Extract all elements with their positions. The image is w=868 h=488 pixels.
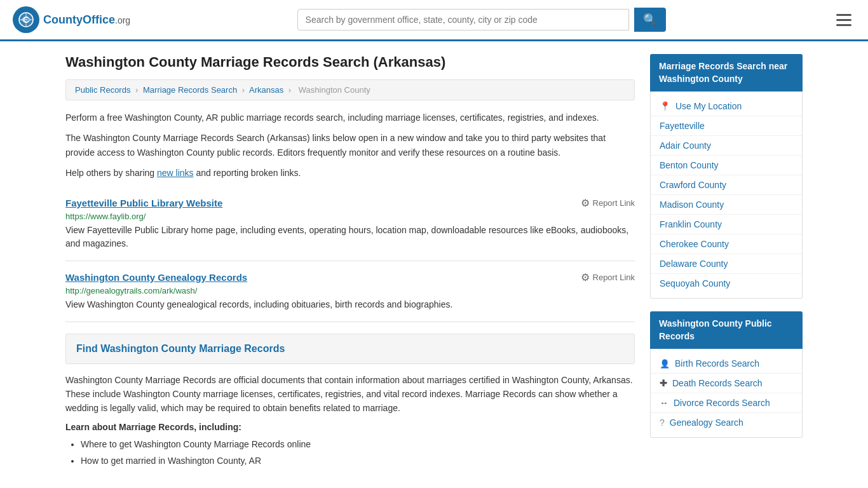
result-desc-1: View Fayetteville Public Library home pa…	[65, 224, 635, 250]
find-section-title: Find Washington County Marriage Records	[76, 343, 624, 355]
find-body: Washington County Marriage Records are o…	[65, 373, 635, 416]
learn-list: Where to get Washington County Marriage …	[81, 437, 635, 468]
site-header: C CountyOffice.org 🔍	[0, 0, 868, 41]
madison-link[interactable]: Madison County	[660, 200, 724, 210]
use-location-link[interactable]: Use My Location	[675, 101, 742, 111]
menu-button[interactable]	[832, 10, 855, 30]
genealogy-icon: ?	[660, 417, 665, 428]
nearby-body: 📍 Use My Location Fayetteville Adair Cou…	[650, 92, 803, 299]
breadcrumb-arkansas[interactable]: Arkansas	[249, 85, 283, 95]
learn-section: Washington County Marriage Records are o…	[65, 373, 635, 468]
logo-text: CountyOffice.org	[43, 13, 130, 27]
report-link-2[interactable]: ⚙ Report Link	[581, 271, 635, 283]
search-input[interactable]	[297, 9, 629, 30]
sidebar-item-crawford[interactable]: Crawford County	[651, 175, 802, 195]
intro-section: Perform a free Washington County, AR pub…	[65, 111, 635, 180]
sidebar-item-death[interactable]: ✚ Death Records Search	[651, 374, 802, 393]
learn-heading: Learn about Marriage Records, including:	[65, 422, 635, 432]
public-records-body: 👤 Birth Records Search ✚ Death Records S…	[650, 349, 803, 438]
search-button[interactable]: 🔍	[634, 8, 666, 32]
search-area: 🔍	[297, 8, 666, 32]
result-header-2: Washington County Genealogy Records ⚙ Re…	[65, 271, 635, 283]
fayetteville-link[interactable]: Fayetteville	[660, 121, 705, 131]
result-title-2[interactable]: Washington County Genealogy Records	[65, 272, 247, 283]
divorce-icon: ↔	[660, 398, 668, 408]
cherokee-link[interactable]: Cherokee County	[660, 239, 729, 249]
sidebar-item-genealogy[interactable]: ? Genealogy Search	[651, 413, 802, 432]
intro-p2: The Washington County Marriage Records S…	[65, 131, 635, 159]
menu-bar-3	[836, 24, 851, 26]
result-card-1: Fayetteville Public Library Website ⚙ Re…	[65, 187, 635, 261]
nearby-section: Marriage Records Search near Washington …	[650, 54, 803, 299]
divorce-records-link[interactable]: Divorce Records Search	[674, 398, 770, 408]
logo-icon: C	[13, 6, 39, 33]
franklin-link[interactable]: Franklin County	[660, 219, 722, 229]
menu-bar-1	[836, 14, 851, 16]
learn-item-2: How to get married in Washington County,…	[81, 454, 635, 468]
main-wrapper: Washington County Marriage Records Searc…	[53, 41, 815, 484]
sidebar-item-madison[interactable]: Madison County	[651, 195, 802, 215]
breadcrumb-public-records[interactable]: Public Records	[75, 85, 130, 95]
breadcrumb-washington-county: Washington County	[299, 85, 370, 95]
sidebar-item-use-location[interactable]: 📍 Use My Location	[651, 97, 802, 116]
result-url-1[interactable]: https://www.faylib.org/	[65, 212, 635, 221]
result-header-1: Fayetteville Public Library Website ⚙ Re…	[65, 197, 635, 209]
intro-p1: Perform a free Washington County, AR pub…	[65, 111, 635, 125]
find-section: Find Washington County Marriage Records	[65, 334, 635, 364]
sequoyah-link[interactable]: Sequoyah County	[660, 278, 730, 288]
sidebar-item-fayetteville[interactable]: Fayetteville	[651, 116, 802, 136]
birth-icon: 👤	[660, 359, 670, 369]
result-title-1[interactable]: Fayetteville Public Library Website	[65, 198, 222, 208]
logo-area[interactable]: C CountyOffice.org	[13, 6, 130, 33]
sidebar: Marriage Records Search near Washington …	[650, 54, 803, 471]
delaware-link[interactable]: Delaware County	[660, 259, 728, 269]
sidebar-item-delaware[interactable]: Delaware County	[651, 254, 802, 274]
adair-link[interactable]: Adair County	[660, 140, 711, 151]
new-links-link[interactable]: new links	[157, 168, 194, 178]
breadcrumb-marriage-records[interactable]: Marriage Records Search	[143, 85, 237, 95]
sidebar-item-sequoyah[interactable]: Sequoyah County	[651, 274, 802, 293]
report-icon-1: ⚙	[581, 197, 590, 209]
result-card-2: Washington County Genealogy Records ⚙ Re…	[65, 261, 635, 322]
sidebar-item-birth[interactable]: 👤 Birth Records Search	[651, 354, 802, 374]
sidebar-item-franklin[interactable]: Franklin County	[651, 215, 802, 234]
location-icon: 📍	[660, 101, 670, 111]
death-icon: ✚	[660, 378, 667, 388]
crawford-link[interactable]: Crawford County	[660, 180, 726, 190]
birth-records-link[interactable]: Birth Records Search	[675, 358, 759, 369]
intro-p3: Help others by sharing new links and rep…	[65, 166, 635, 180]
breadcrumb: Public Records › Marriage Records Search…	[65, 79, 635, 100]
content-area: Washington County Marriage Records Searc…	[65, 54, 635, 471]
death-records-link[interactable]: Death Records Search	[672, 378, 763, 388]
benton-link[interactable]: Benton County	[660, 160, 719, 170]
page-title: Washington County Marriage Records Searc…	[65, 54, 635, 71]
menu-bar-2	[836, 19, 851, 21]
sidebar-item-adair[interactable]: Adair County	[651, 136, 802, 156]
report-icon-2: ⚙	[581, 271, 590, 283]
result-url-2[interactable]: http://genealogytrails.com/ark/wash/	[65, 286, 635, 295]
sidebar-item-divorce[interactable]: ↔ Divorce Records Search	[651, 393, 802, 413]
genealogy-search-link[interactable]: Genealogy Search	[670, 417, 743, 428]
report-link-1[interactable]: ⚙ Report Link	[581, 197, 635, 209]
result-desc-2: View Washington County genealogical reco…	[65, 298, 635, 311]
sidebar-item-benton[interactable]: Benton County	[651, 156, 802, 175]
learn-item-1: Where to get Washington County Marriage …	[81, 437, 635, 451]
nearby-title: Marriage Records Search near Washington …	[650, 54, 803, 92]
sidebar-item-cherokee[interactable]: Cherokee County	[651, 234, 802, 254]
public-records-title: Washington County Public Records	[650, 311, 803, 349]
public-records-section: Washington County Public Records 👤 Birth…	[650, 311, 803, 438]
